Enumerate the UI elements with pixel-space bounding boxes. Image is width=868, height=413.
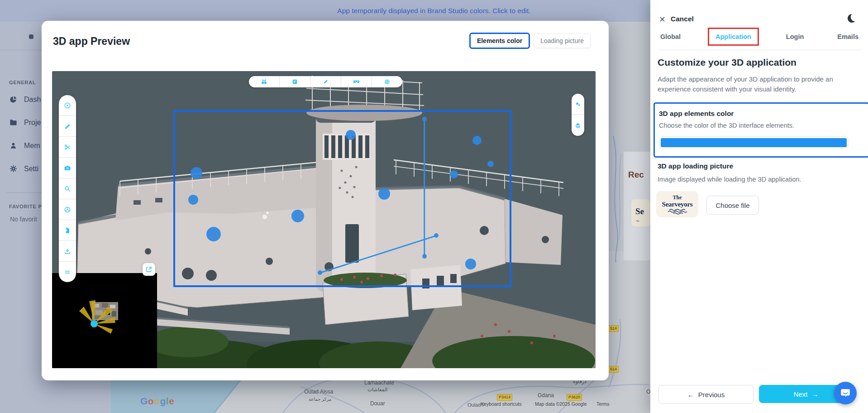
globe-icon [384, 78, 391, 85]
map-sliver [609, 136, 624, 263]
export-tool[interactable] [59, 220, 76, 241]
chat-launcher[interactable] [834, 382, 857, 404]
minimap-art [52, 273, 157, 368]
3d-app-preview-modal: 3D app Preview Elements color Loading pi… [42, 21, 609, 380]
globe-tool[interactable] [372, 76, 402, 87]
map-attribution[interactable]: Keyboard shortcuts [481, 401, 521, 407]
grid-icon [64, 269, 71, 276]
minimap-expand-button[interactable] [143, 263, 155, 276]
magnifier-tool[interactable] [59, 178, 76, 199]
preview-mode-toggle: Elements color Loading picture [469, 33, 591, 49]
sidebar-item-proje[interactable]: Proje [9, 118, 41, 127]
selection-rectangle[interactable] [173, 110, 511, 287]
sidebar-section-favorites: FAVORITE P [9, 204, 42, 209]
road-badge: P3414 [497, 394, 512, 401]
camera-tool[interactable] [59, 158, 76, 178]
recent-heading-fragment: Rec [628, 170, 644, 180]
pen-icon [322, 78, 329, 85]
road-badge: 514 [608, 325, 619, 332]
binoculars-icon [261, 78, 267, 85]
tab-emails[interactable]: Emails [835, 33, 861, 40]
choose-file-button[interactable]: Choose file [706, 196, 759, 215]
sphere-tool[interactable] [59, 199, 76, 220]
loading-picture-thumbnail: The Searveyors [656, 191, 698, 217]
layers-tool[interactable] [572, 115, 584, 136]
grid-tool[interactable] [59, 262, 76, 282]
elements-color-label: 3D app elements color [659, 110, 864, 118]
gear-icon [9, 164, 18, 173]
person-icon [9, 141, 18, 150]
panel-heading: Customize your 3D application [658, 57, 796, 68]
3d-viewer[interactable] [52, 71, 596, 368]
tab-global[interactable]: Global [658, 33, 683, 40]
viewer-top-toolbar [249, 76, 402, 87]
loading-picture-label: 3D app loading picture [658, 162, 733, 170]
road-badge: 614 [608, 366, 619, 373]
cancel-label: Cancel [671, 15, 694, 23]
pie-chart-icon [9, 95, 18, 104]
loading-picture-toggle[interactable]: Loading picture [534, 34, 591, 48]
map-place-label: المعاشات [367, 387, 387, 393]
tab-application[interactable]: Application [708, 28, 759, 46]
panel-description: Adapt the appearance of your 3D applicat… [658, 74, 860, 94]
elements-color-description: Choose the color of the 3D interface ele… [659, 122, 864, 129]
sidebar-item-label: Mem [24, 142, 40, 150]
sidebar-item-label: Setti [24, 165, 38, 173]
app-logo-fragment [29, 34, 33, 39]
next-arrow-icon: → [811, 390, 818, 398]
ruler-tool[interactable] [59, 116, 76, 137]
map-place-label: Oulad Aissa [304, 389, 333, 395]
close-icon [658, 15, 666, 23]
viewer-left-toolbar [59, 95, 76, 282]
color-swatch-input[interactable] [659, 136, 849, 149]
compass-tool[interactable] [59, 95, 76, 116]
sidebar-item-setti[interactable]: Setti [9, 164, 38, 173]
tab-login[interactable]: Login [783, 33, 806, 40]
brand-studio-banner[interactable]: App temporarily displayed in Brand Studi… [0, 0, 650, 22]
map-place-label: Lamaachate [364, 379, 394, 386]
back-arrow-icon: ← [687, 391, 694, 399]
cancel-button[interactable]: Cancel [658, 15, 694, 23]
background-recent-card: Rec Se~ [624, 152, 650, 260]
download-icon [64, 248, 71, 255]
banner-text: App temporarily displayed in Brand Studi… [337, 7, 530, 15]
favorites-empty-text: No favorit [10, 216, 37, 223]
expand-icon [145, 266, 153, 273]
elements-color-section: 3D app elements color Choose the color o… [653, 102, 868, 158]
google-logo: Google [140, 396, 174, 407]
pen-tool[interactable] [310, 76, 341, 87]
elements-color-toggle[interactable]: Elements color [469, 33, 530, 49]
color-swatch-bar [661, 138, 847, 147]
logo-waves [668, 209, 687, 215]
sidebar-item-dash[interactable]: Dash [9, 95, 41, 104]
download-tool[interactable] [59, 241, 76, 262]
brand-studio-panel: Cancel Global Application Login Emails C… [650, 0, 868, 413]
folder-icon [9, 118, 18, 127]
chat-icon [839, 387, 851, 399]
board-icon [291, 78, 298, 85]
map-place-label: O [646, 389, 650, 395]
binoculars-tool[interactable] [249, 76, 280, 87]
layers-icon [575, 122, 581, 129]
vr-goggles-icon [353, 78, 360, 85]
map-place-label: Douar [370, 400, 385, 407]
board-tool[interactable] [280, 76, 310, 87]
viewer-right-toolbar [572, 94, 584, 136]
dark-mode-toggle[interactable] [845, 13, 856, 24]
map-place-label: Gdana [538, 392, 554, 399]
scissors-tool[interactable] [59, 137, 76, 158]
vr-goggles-tool[interactable] [341, 76, 372, 87]
gears-tool[interactable] [572, 94, 584, 115]
sidebar-item-label: Dash [24, 96, 41, 104]
compass-icon [64, 102, 71, 109]
sidebar-item-mem[interactable]: Mem [9, 141, 40, 150]
map-place-label: مركز جماعة [309, 397, 331, 402]
minimap[interactable] [52, 273, 157, 368]
export-icon [64, 227, 71, 234]
previous-button[interactable]: ← Previous [658, 385, 754, 404]
background-logo-fragment: Se~ [631, 199, 650, 226]
map-attribution[interactable]: Terms [596, 401, 610, 407]
scissors-icon [64, 144, 71, 151]
map-attribution[interactable]: Map data ©2025 Google [535, 401, 587, 407]
logo-line2: Searveyors [656, 201, 698, 208]
